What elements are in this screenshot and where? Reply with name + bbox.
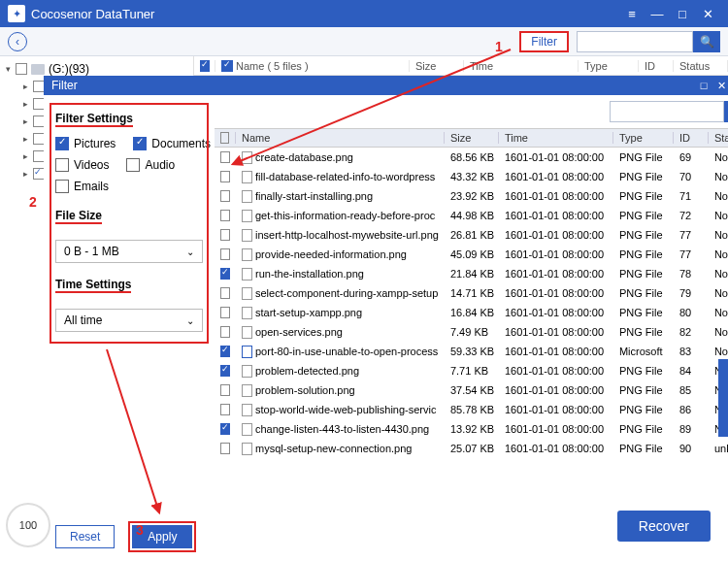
cell-type: PNG File: [613, 248, 674, 260]
cell-id: 69: [674, 151, 709, 163]
col-status[interactable]: Status: [709, 132, 728, 144]
search-button[interactable]: 🔍: [693, 31, 720, 52]
col-size[interactable]: Size: [445, 132, 499, 144]
cell-time: 1601-01-01 08:00:00: [499, 423, 613, 435]
row-checkbox[interactable]: [220, 268, 230, 280]
cell-id: 77: [674, 248, 709, 260]
table-row[interactable]: fill-database-related-info-to-wordpress4…: [215, 167, 728, 186]
cell-size: 7.71 KB: [445, 365, 499, 377]
cell-name: select-component-during-xampp-setup: [255, 287, 438, 299]
back-button[interactable]: ‹: [8, 32, 27, 51]
cell-size: 16.84 KB: [445, 307, 499, 318]
apply-button[interactable]: Apply: [132, 525, 192, 548]
cell-name: change-listen-443-to-listen-4430.png: [255, 423, 429, 435]
table-row[interactable]: run-the-installation.png21.84 KB1601-01-…: [215, 264, 728, 283]
select-all-checkbox[interactable]: [220, 132, 229, 144]
filter-videos-checkbox[interactable]: Videos: [55, 158, 109, 172]
table-row[interactable]: start-setup-xampp.png16.84 KB1601-01-01 …: [215, 303, 728, 322]
image-file-icon: [242, 229, 252, 242]
cell-id: 86: [674, 404, 709, 415]
cell-name: mysql-setup-new-connection.png: [255, 443, 412, 454]
cell-time: 1601-01-01 08:00:00: [499, 326, 613, 338]
table-row[interactable]: finally-start-installing.png23.92 KB1601…: [215, 186, 728, 206]
table-row[interactable]: problem-detected.png7.71 KB1601-01-01 08…: [215, 361, 728, 380]
row-checkbox[interactable]: [220, 229, 230, 241]
close-button[interactable]: ✕: [695, 7, 720, 21]
progress-indicator: 100: [6, 503, 50, 547]
cell-type: PNG File: [613, 190, 674, 202]
row-checkbox[interactable]: [220, 365, 230, 377]
cell-time: 1601-01-01 08:00:00: [499, 404, 613, 415]
scrollbar-thumb[interactable]: [718, 359, 728, 437]
app-logo-icon: ✦: [8, 5, 25, 22]
col-name[interactable]: Name: [236, 132, 445, 144]
table-row[interactable]: change-listen-443-to-listen-4430.png13.9…: [215, 419, 728, 439]
row-checkbox[interactable]: [220, 171, 230, 182]
table-row[interactable]: select-component-during-xampp-setup14.71…: [215, 283, 728, 303]
cell-type: PNG File: [613, 423, 674, 435]
reset-button[interactable]: Reset: [55, 525, 115, 548]
panel-search-button[interactable]: 🔍: [724, 101, 728, 122]
cell-id: 72: [674, 210, 709, 221]
search-input[interactable]: [577, 31, 693, 52]
file-size-value: 0 B - 1 MB: [64, 245, 119, 258]
cell-id: 77: [674, 229, 709, 241]
row-checkbox[interactable]: [220, 326, 230, 338]
panel-search-input[interactable]: [610, 101, 724, 122]
row-checkbox[interactable]: [220, 210, 230, 221]
row-checkbox[interactable]: [220, 190, 230, 202]
row-checkbox[interactable]: [220, 423, 230, 435]
maximize-button[interactable]: □: [670, 7, 695, 21]
image-file-icon: [242, 404, 252, 416]
panel-close-button[interactable]: ✕: [712, 80, 728, 92]
table-row[interactable]: problem-solution.png37.54 KB1601-01-01 0…: [215, 380, 728, 400]
filter-documents-checkbox[interactable]: Documents: [133, 137, 211, 150]
row-checkbox[interactable]: [220, 443, 230, 454]
filter-button[interactable]: Filter: [519, 31, 569, 52]
chevron-down-icon: ⌄: [186, 247, 194, 257]
row-checkbox[interactable]: [220, 248, 230, 260]
row-checkbox[interactable]: [220, 346, 230, 357]
cell-size: 23.92 KB: [445, 190, 499, 202]
col-type[interactable]: Type: [613, 132, 674, 144]
filter-panel-title-label: Filter: [51, 79, 78, 92]
filter-audio-checkbox[interactable]: Audio: [126, 158, 175, 172]
row-checkbox[interactable]: [220, 404, 230, 415]
filter-pictures-checkbox[interactable]: Pictures: [55, 137, 116, 150]
time-settings-value: All time: [64, 314, 102, 327]
table-row[interactable]: insert-http-localhost-mywebsite-url.png2…: [215, 225, 728, 245]
cell-name: insert-http-localhost-mywebsite-url.png: [255, 229, 439, 241]
cell-id: 90: [674, 443, 709, 454]
table-row[interactable]: open-services.png7.49 KB1601-01-01 08:00…: [215, 322, 728, 342]
table-row[interactable]: port-80-in-use-unable-to-open-process59.…: [215, 342, 728, 361]
table-row[interactable]: stop-world-wide-web-publishing-servic85.…: [215, 400, 728, 419]
cell-id: 89: [674, 423, 709, 435]
table-row[interactable]: create-database.png68.56 KB1601-01-01 08…: [215, 148, 728, 167]
panel-restore-button[interactable]: □: [695, 80, 712, 91]
filter-emails-checkbox[interactable]: Emails: [55, 180, 109, 193]
table-row[interactable]: get-this-information-ready-before-proc44…: [215, 206, 728, 225]
select-all-checkbox[interactable]: [200, 60, 210, 72]
cell-type: PNG File: [613, 210, 674, 221]
cell-size: 43.32 KB: [445, 171, 499, 182]
menu-icon[interactable]: ≡: [619, 7, 645, 21]
cell-time: 1601-01-01 08:00:00: [499, 268, 613, 280]
table-row[interactable]: mysql-setup-new-connection.png25.07 KB16…: [215, 439, 728, 458]
cell-time: 1601-01-01 08:00:00: [499, 229, 613, 241]
cell-time: 1601-01-01 08:00:00: [499, 384, 613, 396]
cell-size: 7.49 KB: [445, 326, 499, 338]
row-checkbox[interactable]: [220, 287, 230, 299]
cell-id: 82: [674, 326, 709, 338]
col-id[interactable]: ID: [674, 132, 709, 144]
file-size-dropdown[interactable]: 0 B - 1 MB ⌄: [55, 240, 203, 263]
table-row[interactable]: provide-needed-information.png45.09 KB16…: [215, 245, 728, 264]
row-checkbox[interactable]: [220, 151, 230, 163]
row-checkbox[interactable]: [220, 384, 230, 396]
minimize-button[interactable]: —: [645, 7, 670, 21]
cell-time: 1601-01-01 08:00:00: [499, 210, 613, 221]
time-settings-dropdown[interactable]: All time ⌄: [55, 309, 203, 332]
row-checkbox[interactable]: [220, 307, 230, 318]
recover-button[interactable]: Recover: [617, 511, 711, 542]
image-file-icon: [242, 307, 252, 319]
col-time[interactable]: Time: [499, 132, 613, 144]
